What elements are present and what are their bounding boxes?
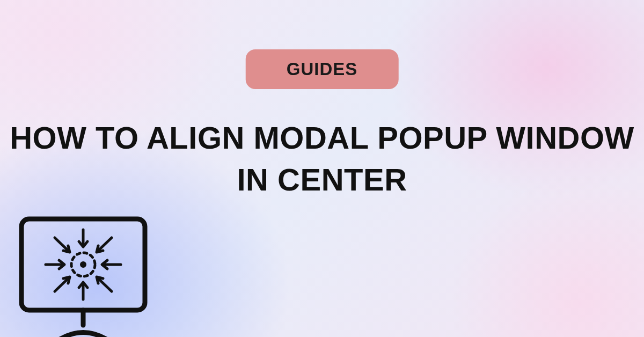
svg-line-9: [98, 238, 112, 251]
svg-line-10: [55, 278, 69, 291]
svg-line-11: [98, 278, 112, 291]
category-badge: GUIDES: [246, 49, 399, 89]
page-title: HOW TO ALIGN MODAL POPUP WINDOW IN CENTE…: [0, 117, 644, 201]
monitor-focus-center-icon: [16, 208, 150, 337]
svg-point-2: [80, 261, 86, 268]
svg-line-8: [55, 238, 69, 251]
category-badge-label: GUIDES: [287, 59, 358, 79]
